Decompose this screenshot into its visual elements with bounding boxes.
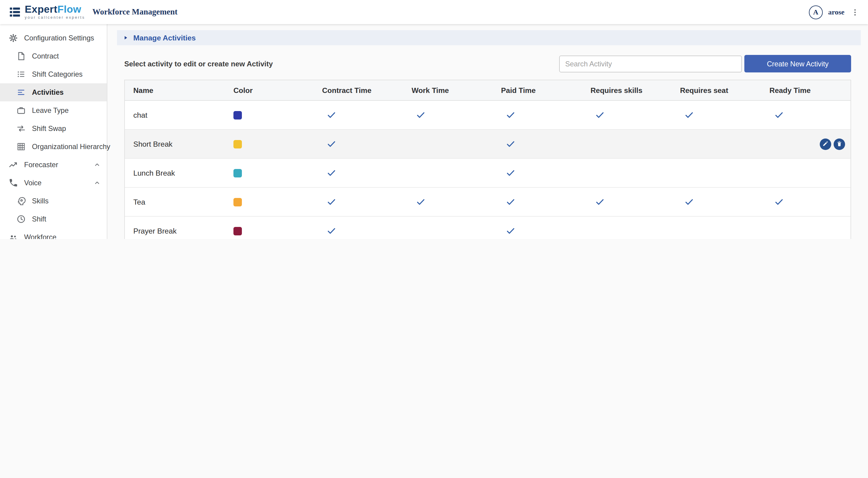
main-content: Manage Activities Select activity to edi… (107, 24, 868, 239)
gear-icon (8, 33, 18, 43)
sidebar-item-skills[interactable]: Skills (0, 192, 107, 210)
create-new-activity-button[interactable]: Create New Activity (744, 55, 851, 72)
sidebar-item-shift-swap[interactable]: Shift Swap (0, 119, 107, 138)
avatar[interactable]: A (809, 5, 823, 19)
kebab-menu-icon[interactable] (850, 7, 860, 18)
color-swatch (234, 227, 242, 235)
forecaster-icon (8, 160, 18, 170)
sidebar-item-leave-type[interactable]: Leave Type (0, 101, 107, 119)
leave-type-icon (16, 106, 26, 115)
brand-name: ExpertFlow (25, 4, 85, 15)
delete-activity-button[interactable] (834, 138, 845, 150)
org-hierarchy-icon (16, 142, 26, 151)
check-icon (505, 197, 516, 207)
column-header-ready-time: Ready Time (761, 86, 850, 94)
sidebar-item-label: Activities (32, 88, 64, 96)
shift-swap-icon (16, 124, 26, 133)
check-icon (416, 197, 426, 207)
check-icon (326, 139, 337, 149)
table-row-short-break[interactable]: Short Break (125, 130, 850, 159)
column-header-paid-time: Paid Time (493, 86, 582, 94)
chevron-up-icon[interactable] (93, 179, 101, 186)
sidebar-item-label: Leave Type (32, 106, 69, 115)
check-icon (774, 110, 784, 120)
app-header: ExpertFlow your callcenter experts Workf… (0, 0, 868, 24)
check-icon (326, 226, 337, 236)
chevron-up-icon[interactable] (93, 161, 101, 169)
column-header-name: Name (125, 86, 225, 94)
sidebar-nav: Configuration SettingsContractShift Cate… (0, 29, 107, 239)
check-icon (505, 168, 516, 178)
avatar-letter: A (813, 7, 818, 17)
activity-name: Short Break (125, 140, 225, 148)
sidebar-item-label: Voice (24, 179, 42, 187)
table-row-chat[interactable]: chat (125, 101, 850, 130)
check-icon (774, 197, 784, 207)
check-icon (505, 139, 516, 149)
sidebar-item-shift-categories[interactable]: Shift Categories (0, 65, 107, 83)
color-swatch (234, 111, 242, 119)
expertflow-logo[interactable]: ExpertFlow your callcenter experts (8, 4, 85, 20)
sidebar-item-activities[interactable]: Activities (0, 83, 107, 101)
color-swatch (234, 169, 242, 177)
check-icon (595, 197, 605, 207)
sidebar-item-label: Contract (32, 52, 59, 60)
panel-title: Manage Activities (133, 33, 196, 42)
table-row-tea[interactable]: Tea (125, 188, 850, 217)
delete-icon (836, 140, 843, 148)
sidebar-item-label: Forecaster (24, 160, 58, 169)
check-icon (416, 110, 426, 120)
check-icon (326, 168, 337, 178)
activities-table: NameColorContract TimeWork TimePaid Time… (124, 80, 851, 239)
app-title: Workforce Management (92, 7, 177, 17)
chevron-up-icon[interactable] (100, 34, 101, 42)
check-icon (595, 110, 605, 120)
column-header-color: Color (225, 86, 314, 94)
sidebar: Configuration SettingsContractShift Cate… (0, 24, 107, 239)
sidebar-item-configuration-settings[interactable]: Configuration Settings (0, 29, 107, 47)
table-row-prayer-break[interactable]: Prayer Break (125, 217, 850, 239)
sidebar-item-contract[interactable]: Contract (0, 47, 107, 65)
manage-activities-expander[interactable]: Manage Activities (117, 30, 861, 45)
color-swatch (234, 198, 242, 206)
edit-activity-button[interactable] (820, 138, 831, 150)
app: ExpertFlow your callcenter experts Workf… (0, 0, 868, 239)
sidebar-item-voice[interactable]: Voice (0, 174, 107, 192)
column-header-work-time: Work Time (403, 86, 493, 94)
table-body: chatShort BreakLunch BreakTeaPrayer Brea… (125, 101, 850, 239)
check-icon (326, 197, 337, 207)
search-activity-input[interactable] (559, 55, 742, 72)
check-icon (505, 226, 516, 236)
table-row-lunch-break[interactable]: Lunch Break (125, 159, 850, 188)
check-icon (505, 110, 516, 120)
skills-icon (16, 196, 26, 206)
expander-arrow-icon (123, 35, 128, 40)
username: arose (828, 7, 844, 17)
logo-icon (8, 5, 22, 19)
color-swatch (234, 140, 242, 148)
sidebar-item-label: Shift Categories (32, 70, 83, 79)
contract-icon (16, 51, 26, 61)
sidebar-item-label: Organizational Hierarchy (32, 143, 111, 151)
sidebar-item-label: Shift Swap (32, 124, 66, 133)
sidebar-item-label: Skills (32, 197, 49, 205)
sidebar-item-forecaster[interactable]: Forecaster (0, 156, 107, 174)
sidebar-item-shift[interactable]: Shift (0, 210, 107, 228)
brand-tagline: your callcenter experts (25, 16, 85, 20)
sidebar-item-organizational-hierarchy[interactable]: Organizational Hierarchy (0, 138, 107, 156)
sidebar-item-workforce[interactable]: Workforce (0, 228, 107, 239)
shift-icon (16, 214, 26, 224)
activity-name: Lunch Break (125, 169, 225, 177)
check-icon (326, 110, 337, 120)
voice-icon (8, 178, 18, 188)
workforce-icon (8, 232, 18, 239)
check-icon (684, 110, 694, 120)
table-subtitle: Select activity to edit or create new Ac… (124, 59, 273, 68)
check-icon (684, 197, 694, 207)
shift-categories-icon (16, 69, 26, 79)
activities-icon (16, 88, 26, 97)
sidebar-item-label: Shift (32, 215, 46, 223)
sidebar-item-label: Configuration Settings (24, 34, 94, 42)
activity-name: chat (125, 111, 225, 119)
edit-icon (822, 140, 829, 148)
